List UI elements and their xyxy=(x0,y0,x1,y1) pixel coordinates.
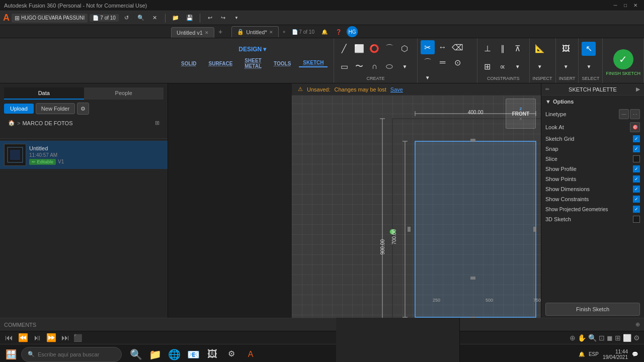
settings-gear[interactable]: ⚙ xyxy=(633,334,640,342)
tools-section[interactable]: TOOLS xyxy=(270,59,295,66)
equal-tool[interactable]: ═ xyxy=(436,55,450,69)
start-button[interactable]: 🪟 xyxy=(2,345,20,363)
3d-sketch-checkbox[interactable] xyxy=(633,216,640,223)
conic-tool[interactable]: ∩ xyxy=(367,59,381,73)
more-create[interactable]: ▼ xyxy=(397,59,412,73)
insert-image-tool[interactable]: 🖼 xyxy=(559,42,573,56)
taskbar-fusion-app[interactable]: A xyxy=(242,345,260,363)
slot-tool[interactable]: ▭ xyxy=(337,59,351,73)
close-panel-button[interactable]: ✕ xyxy=(149,12,161,24)
taskbar-search-app[interactable]: 🔍 xyxy=(127,345,145,363)
grid-display[interactable]: ⊞ xyxy=(615,334,621,342)
slice-checkbox[interactable] xyxy=(633,155,640,162)
look-at-button[interactable]: 🎯 xyxy=(630,122,640,132)
nav-next[interactable]: ⏩ xyxy=(45,333,57,342)
user-avatar[interactable]: HG xyxy=(347,26,358,37)
secondary-tab[interactable]: 🔒 Untitled* ✕ xyxy=(231,26,279,37)
show-points-checkbox[interactable] xyxy=(633,175,640,183)
extend-tool[interactable]: ↔ xyxy=(436,40,450,54)
more-insert[interactable]: ▼ xyxy=(559,59,573,73)
sketch-section[interactable]: SKETCH xyxy=(299,58,328,67)
tab-close-button[interactable]: ✕ xyxy=(205,30,209,35)
polygon-tool[interactable]: ⬡ xyxy=(397,42,412,56)
list-item[interactable]: Untitled 11:40:57 AM ✏ Editable V1 xyxy=(0,141,168,169)
refresh-button[interactable]: ↺ xyxy=(121,12,133,24)
pan-tool[interactable]: ✋ xyxy=(578,334,586,342)
taskbar-search[interactable]: 🔍 xyxy=(21,347,122,362)
taskbar-photos-app[interactable]: 🖼 xyxy=(203,345,221,363)
zoom-tool[interactable]: 🔍 xyxy=(588,334,597,342)
nav-last[interactable]: ⏭ xyxy=(60,333,70,342)
view-cube[interactable]: Z FRONT X xyxy=(506,99,536,129)
trim-tool[interactable]: ✂ xyxy=(421,40,435,54)
taskbar-settings-app[interactable]: ⚙ xyxy=(222,345,240,363)
offset-tool[interactable]: ⊙ xyxy=(451,55,465,69)
data-tab[interactable]: Data xyxy=(4,87,84,100)
rectangle-tool[interactable]: ⬜ xyxy=(352,42,366,56)
nav-prev[interactable]: ⏪ xyxy=(17,333,29,342)
palette-collapse[interactable]: ▶ xyxy=(636,86,640,93)
solid-section[interactable]: SOLID xyxy=(177,59,201,66)
close-button[interactable]: ✕ xyxy=(631,1,640,10)
taskbar-mail-app[interactable]: 📧 xyxy=(184,345,202,363)
more-modify[interactable]: ▼ xyxy=(421,70,435,84)
save-button[interactable]: 💾 xyxy=(184,12,196,24)
finish-sketch-button[interactable]: ✓ FINISH SKETCH xyxy=(606,49,640,76)
breadcrumb-manage[interactable]: ⊞ xyxy=(155,120,159,126)
constraint-2[interactable]: ∥ xyxy=(496,42,510,56)
show-dimensions-checkbox[interactable] xyxy=(633,186,640,193)
constraint-3[interactable]: ⊼ xyxy=(511,42,525,56)
redo-button[interactable]: ↪ xyxy=(217,12,229,24)
surface-section[interactable]: SURFACE xyxy=(205,59,237,66)
taskbar-notifications[interactable]: 🔔 xyxy=(579,351,585,357)
taskbar-files-app[interactable]: 📁 xyxy=(146,345,164,363)
linetype-solid[interactable]: — xyxy=(619,109,629,119)
nav-play[interactable]: ⏯ xyxy=(32,333,42,342)
maximize-button[interactable]: □ xyxy=(621,1,630,10)
home-icon[interactable]: 🏠 xyxy=(8,120,15,126)
taskbar-notification-bell[interactable]: 💬 xyxy=(632,351,638,357)
more-inspect[interactable]: ▼ xyxy=(533,59,547,73)
circle-tool[interactable]: ⭕ xyxy=(367,42,381,56)
constraint-5[interactable]: ∝ xyxy=(496,59,510,73)
user-menu[interactable]: ⊞ HUGO GUEVARA PASSUNI xyxy=(12,14,88,23)
sheet-metal-section[interactable]: SHEET METAL xyxy=(240,56,266,69)
undo-button[interactable]: ↩ xyxy=(204,12,216,24)
fit-tool[interactable]: ⊡ xyxy=(599,334,605,342)
snap-checkbox[interactable] xyxy=(633,145,640,152)
panel-settings-button[interactable]: ⚙ xyxy=(77,103,89,115)
select-tool[interactable]: ↖ xyxy=(582,42,596,56)
window-controls[interactable]: ─ □ ✕ xyxy=(611,1,640,10)
orbit-tool[interactable]: ⊕ xyxy=(570,334,576,342)
people-tab[interactable]: People xyxy=(84,87,164,100)
new-folder-button[interactable]: New Folder xyxy=(36,103,75,114)
view-settings[interactable]: ⬜ xyxy=(623,334,631,342)
design-dropdown[interactable]: DESIGN ▾ xyxy=(234,42,270,56)
file-menu-button[interactable]: 📁 xyxy=(170,12,182,24)
secondary-tab-close[interactable]: ✕ xyxy=(269,30,273,35)
record-button[interactable]: ⬛ xyxy=(73,334,82,342)
inspect-tool[interactable]: 📐 xyxy=(533,42,547,56)
options-arrow[interactable]: ▼ xyxy=(545,99,551,105)
minimize-button[interactable]: ─ xyxy=(611,1,620,10)
line-tool[interactable]: ╱ xyxy=(337,42,351,56)
more-constraints[interactable]: ▼ xyxy=(511,59,525,73)
display-mode[interactable]: ◼ xyxy=(607,334,613,342)
nav-first[interactable]: ⏮ xyxy=(4,333,14,342)
upload-button[interactable]: Upload xyxy=(4,104,34,114)
arc-tool[interactable]: ⌒ xyxy=(382,42,396,56)
constraint-1[interactable]: ⊥ xyxy=(480,42,495,56)
search-input[interactable] xyxy=(38,351,113,357)
show-profile-checkbox[interactable] xyxy=(633,165,640,172)
more-select[interactable]: ▼ xyxy=(582,59,596,73)
new-tab-button[interactable]: + xyxy=(214,26,226,38)
spline-tool[interactable]: 〜 xyxy=(352,59,366,73)
main-tab[interactable]: Untitled v1 ✕ xyxy=(171,27,214,38)
comments-expand[interactable]: ⊕ xyxy=(635,321,640,328)
break-tool[interactable]: ⌫ xyxy=(451,40,465,54)
notifications-button[interactable]: 🔔 xyxy=(318,26,331,38)
linetype-construction[interactable]: - - xyxy=(630,109,640,119)
help-button[interactable]: ❓ xyxy=(333,26,345,38)
undo-dropdown[interactable]: ▼ xyxy=(230,12,243,24)
new-tab-icon[interactable]: + xyxy=(281,27,288,37)
